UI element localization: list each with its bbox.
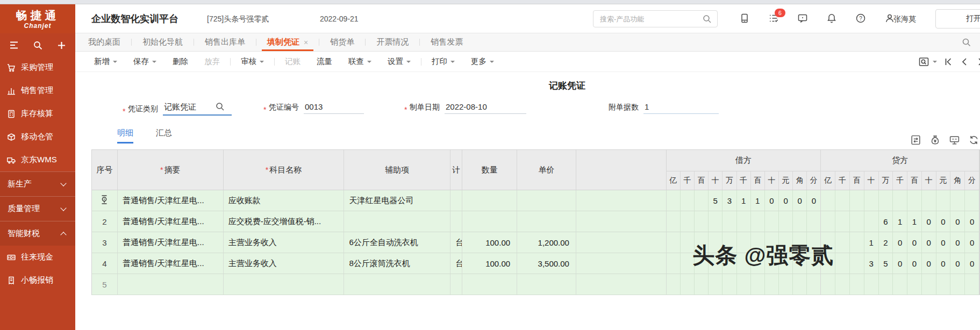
digit-cell[interactable]: [792, 211, 806, 232]
money-bag-icon[interactable]: [929, 134, 941, 146]
sidebar-item-7[interactable]: 智能财税: [0, 221, 75, 246]
tabbar-search-icon[interactable]: [962, 38, 971, 49]
digit-cell[interactable]: 5: [708, 190, 722, 211]
open-button[interactable]: 打开小题: [935, 9, 980, 28]
toolbar-button-5[interactable]: 记账: [277, 56, 309, 67]
cell-summary[interactable]: 普通销售/天津红星电...: [118, 253, 224, 274]
digit-cell[interactable]: 0: [950, 253, 964, 274]
digit-cell[interactable]: [964, 274, 979, 295]
sidebar-item-6[interactable]: 质量管理: [0, 196, 75, 221]
cell-blank[interactable]: [576, 211, 667, 232]
cell-unit[interactable]: 台: [450, 232, 462, 253]
digit-cell[interactable]: [835, 274, 849, 295]
digit-cell[interactable]: [878, 274, 893, 295]
digit-cell[interactable]: [821, 211, 835, 232]
cell-summary[interactable]: [118, 274, 224, 295]
preview-button[interactable]: [918, 56, 937, 68]
help-icon[interactable]: ?: [855, 13, 866, 24]
cell-qty[interactable]: [462, 211, 517, 232]
subtab-1[interactable]: 汇总: [156, 128, 172, 144]
search-input[interactable]: [593, 15, 703, 23]
cell-aux[interactable]: 8公斤滚筒洗衣机: [344, 253, 450, 274]
digit-cell[interactable]: [778, 211, 792, 232]
digit-cell[interactable]: [936, 190, 950, 211]
sidebar-item-4[interactable]: 京东WMS: [0, 148, 75, 171]
row-seq[interactable]: [92, 190, 118, 211]
tab-3[interactable]: 填制凭证×: [256, 33, 319, 51]
prev-record-button[interactable]: [960, 57, 969, 67]
cell-account[interactable]: 应交税费-应交增值税-销...: [224, 211, 345, 232]
digit-cell[interactable]: [680, 274, 694, 295]
digit-cell[interactable]: 0: [792, 190, 806, 211]
digit-cell[interactable]: 0: [921, 211, 936, 232]
toolbar-button-8[interactable]: 设置: [380, 56, 419, 67]
sidebar-item-2[interactable]: 库存核算: [0, 102, 75, 125]
digit-cell[interactable]: [907, 274, 921, 295]
voucher-switch-icon[interactable]: [910, 134, 921, 146]
digit-cell[interactable]: 0: [936, 211, 950, 232]
toolbar-button-6[interactable]: 流量: [309, 56, 340, 67]
subtab-0[interactable]: 明细: [117, 128, 133, 144]
digit-cell[interactable]: [694, 190, 708, 211]
digit-cell[interactable]: [680, 190, 694, 211]
next-record-button[interactable]: [976, 57, 980, 67]
digit-cell[interactable]: 0: [778, 190, 792, 211]
device-icon[interactable]: [739, 13, 750, 24]
digit-cell[interactable]: 0: [964, 232, 979, 253]
todo-list-icon[interactable]: 6: [768, 13, 779, 24]
cell-aux[interactable]: [344, 211, 450, 232]
sidebar-item-9[interactable]: 小畅报销: [0, 269, 75, 292]
product-search-box[interactable]: [593, 10, 718, 27]
cell-aux[interactable]: 天津红星电器公司: [344, 190, 450, 211]
cell-blank[interactable]: [576, 253, 667, 274]
sidebar-item-1[interactable]: 销售管理: [0, 79, 75, 102]
digit-cell[interactable]: [849, 190, 864, 211]
bell-icon[interactable]: [826, 13, 837, 24]
tab-5[interactable]: 开票情况: [366, 33, 419, 51]
digit-cell[interactable]: [950, 190, 964, 211]
first-record-button[interactable]: [943, 57, 953, 67]
cell-price[interactable]: [517, 274, 576, 295]
tab-2[interactable]: 销售出库单: [194, 33, 256, 51]
digit-cell[interactable]: 0: [964, 253, 979, 274]
digit-cell[interactable]: [849, 253, 864, 274]
digit-cell[interactable]: 0: [892, 232, 907, 253]
digit-cell[interactable]: [892, 190, 907, 211]
cell-summary[interactable]: 普通销售/天津红星电...: [118, 190, 224, 211]
row-seq[interactable]: 4: [92, 253, 118, 274]
cell-blank[interactable]: [576, 232, 667, 253]
menu-icon[interactable]: [9, 40, 19, 51]
toolbar-button-2[interactable]: 删除: [164, 56, 196, 67]
toolbar-button-1[interactable]: 保存: [125, 56, 164, 67]
digit-cell[interactable]: 6: [878, 211, 893, 232]
digit-cell[interactable]: [849, 232, 864, 253]
add-icon[interactable]: [56, 40, 67, 51]
cell-qty[interactable]: [462, 274, 517, 295]
sidebar-item-8[interactable]: 往来现金: [0, 246, 75, 269]
toolbar-button-0[interactable]: 新增: [86, 56, 125, 67]
row-seq[interactable]: 5: [92, 274, 118, 295]
cell-account[interactable]: 应收账款: [224, 190, 345, 211]
digit-cell[interactable]: [806, 211, 820, 232]
digit-cell[interactable]: [667, 211, 680, 232]
cell-blank[interactable]: [576, 274, 667, 295]
cell-qty[interactable]: 100.00: [462, 253, 517, 274]
digit-cell[interactable]: 0: [950, 232, 964, 253]
digit-cell[interactable]: 0: [764, 190, 778, 211]
cell-qty[interactable]: 100.00: [462, 232, 517, 253]
user-name[interactable]: 张海莫: [893, 15, 916, 24]
digit-cell[interactable]: 3: [722, 190, 736, 211]
digit-cell[interactable]: [750, 211, 764, 232]
digit-cell[interactable]: [722, 211, 736, 232]
digit-cell[interactable]: 1: [892, 211, 907, 232]
message-icon[interactable]: [797, 13, 808, 24]
cell-unit[interactable]: 台: [450, 253, 462, 274]
digit-cell[interactable]: [921, 190, 936, 211]
cell-unit[interactable]: [450, 274, 462, 295]
toolbar-button-10[interactable]: 更多: [463, 56, 502, 67]
cell-unit[interactable]: [450, 211, 462, 232]
digit-cell[interactable]: [722, 274, 736, 295]
digit-cell[interactable]: [821, 190, 835, 211]
digit-cell[interactable]: [667, 232, 680, 253]
digit-cell[interactable]: 1: [736, 190, 750, 211]
